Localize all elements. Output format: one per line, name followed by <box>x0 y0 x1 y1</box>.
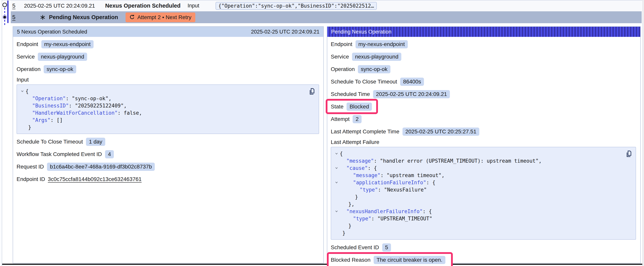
chevron-down-icon <box>21 90 24 93</box>
collapse-toggle[interactable] <box>333 152 340 155</box>
endpoint-id-link[interactable]: 3c0c75ccfa8144b092c13ce632463761 <box>48 176 142 182</box>
json-line: { <box>333 150 624 157</box>
json-line: } <box>333 222 624 229</box>
chevron-down-icon <box>335 152 338 155</box>
field-value-chip: b1c6a4bc-8ee7-468a-9169-df3b02c8737b <box>47 163 155 171</box>
field-label: Operation <box>16 66 40 72</box>
top-border <box>0 0 644 1</box>
collapse-toggle[interactable] <box>333 167 340 169</box>
event-id-link[interactable]: 5 <box>12 3 16 9</box>
field-label: Endpoint <box>16 41 38 47</box>
timeline-pending-icon <box>3 3 7 7</box>
field-value-chip: nexus-playground <box>38 53 87 61</box>
field-value-chip: my-nexus-endpoint <box>41 40 94 48</box>
field-service: Service nexus-playground <box>331 51 636 63</box>
chevron-down-icon <box>335 210 338 213</box>
failure-json-viewer: {"message": "handler error (UPSTREAM_TIM… <box>331 147 636 240</box>
scheduled-panel-header: 5 Nexus Operation Scheduled 2025-02-25 U… <box>13 27 323 37</box>
json-line: "type": "NexusFailure" <box>333 186 624 193</box>
field-label: Last Attempt Complete Time <box>331 129 400 135</box>
field-value-chip: 5 <box>382 243 391 251</box>
json-line: "nexusHandlerFailureInfo": { <box>333 208 624 215</box>
json-line: "Args": [] <box>19 116 307 124</box>
collapse-toggle[interactable] <box>333 210 340 213</box>
field-label: Schedule To Close Timeout <box>331 79 397 85</box>
field-operation: Operation sync-op-ok <box>331 63 636 76</box>
field-schedule-to-close-timeout: Schedule To Close Timeout 86400s <box>331 76 636 88</box>
pending-panel-header: Pending Nexus Operation <box>327 27 640 37</box>
timeline-rail <box>2 0 11 27</box>
field-workflow-task-completed-event-id: Workflow Task Completed Event ID 4 <box>16 148 319 160</box>
field-label: Operation <box>331 66 355 72</box>
pending-operation-panel: Pending Nexus Operation Endpoint my-nexu… <box>327 26 641 263</box>
json-line: "BusinessID": "20250225122409", <box>19 102 307 109</box>
collapse-toggle[interactable] <box>19 90 26 93</box>
field-label: Endpoint ID <box>16 176 45 182</box>
json-line: { <box>19 88 307 95</box>
chevron-down-icon <box>335 167 338 169</box>
json-line: }, <box>333 200 624 208</box>
panel-title: Pending Nexus Operation <box>331 29 392 35</box>
event-title: Nexus Operation Scheduled <box>105 3 180 9</box>
field-value-chip: nexus-playground <box>352 53 401 61</box>
field-label: Service <box>331 54 349 60</box>
field-state: State Blocked <box>331 100 636 113</box>
event-input-preview-chip[interactable]: {"Operation":"sync-op-ok","BusinessID":"… <box>216 2 376 10</box>
asterisk-icon <box>40 15 46 20</box>
field-label: Attempt <box>331 116 350 122</box>
field-value-chip: my-nexus-endpoint <box>356 40 408 48</box>
retry-icon <box>130 15 135 20</box>
event-id-link[interactable]: 5 <box>12 14 16 21</box>
field-last-attempt-complete-time: Last Attempt Complete Time 2025-02-25 UT… <box>331 125 636 138</box>
selected-row-indicator <box>7 1 8 23</box>
field-label: Workflow Task Completed Event ID <box>16 151 102 157</box>
event-detail-panel-scheduled: 5 Nexus Operation Scheduled 2025-02-25 U… <box>13 26 324 263</box>
json-line: "cause": { <box>333 164 624 172</box>
event-row-pending-nexus-operation[interactable]: 5 Pending Nexus Operation Attempt 2 • Ne… <box>11 11 642 23</box>
blocked-reason-value-chip: The circuit breaker is open. <box>374 256 446 264</box>
panel-timestamp: 2025-02-25 UTC 20:24:09.21 <box>251 29 320 35</box>
event-time: 2025-02-25 UTC 20:24:09.21 <box>24 3 95 9</box>
field-value-chip: 86400s <box>400 78 424 86</box>
field-endpoint: Endpoint my-nexus-endpoint <box>331 38 636 51</box>
field-request-id: Request ID b1c6a4bc-8ee7-468a-9169-df3b0… <box>16 160 319 173</box>
state-value-chip: Blocked <box>346 103 372 111</box>
event-title: Pending Nexus Operation <box>49 14 118 21</box>
field-schedule-to-close-timeout: Schedule To Close Timeout 1 day <box>16 136 319 148</box>
field-value-chip: 2025-02-25 UTC 20:24:09.21 <box>373 90 450 98</box>
copy-icon[interactable] <box>308 88 314 95</box>
json-line: "Operation": "sync-op-ok", <box>19 95 307 102</box>
left-gutter <box>0 0 2 266</box>
input-json-viewer: {"Operation": "sync-op-ok","BusinessID":… <box>16 84 319 134</box>
json-line: } <box>333 229 624 236</box>
field-label: State <box>331 104 344 110</box>
field-label: Service <box>16 54 35 60</box>
field-attempt: Attempt 2 <box>331 113 636 125</box>
json-line: } <box>333 193 624 200</box>
event-input-label: Input <box>188 3 199 9</box>
field-label: Blocked Reason <box>331 257 370 263</box>
field-value-chip: 2025-02-25 UTC 20:25:27.51 <box>402 128 479 136</box>
json-line: "message": "upstream timeout", <box>333 172 624 179</box>
timeline-current-icon <box>3 16 6 19</box>
field-value-chip: 1 day <box>86 138 105 146</box>
collapse-toggle[interactable] <box>333 181 340 184</box>
field-label: Scheduled Time <box>331 91 370 97</box>
field-label: Request ID <box>16 164 44 170</box>
retry-badge-label: Attempt 2 • Next Retry <box>138 14 192 21</box>
event-row-nexus-operation-scheduled[interactable]: 5 2025-02-25 UTC 20:24:09.21 Nexus Opera… <box>11 1 642 11</box>
field-label: Endpoint <box>331 41 352 47</box>
field-value-chip: sync-op-ok <box>358 65 390 73</box>
panel-title: 5 Nexus Operation Scheduled <box>17 29 87 35</box>
field-endpoint: Endpoint my-nexus-endpoint <box>16 38 319 51</box>
field-scheduled-time: Scheduled Time 2025-02-25 UTC 20:24:09.2… <box>331 88 636 100</box>
copy-icon[interactable] <box>625 150 631 157</box>
json-line: "type": "UPSTREAM_TIMEOUT" <box>333 215 624 222</box>
scrollbar-track[interactable] <box>642 0 644 266</box>
input-section-label: Input <box>16 76 319 84</box>
workflow-history-page: 5 2025-02-25 UTC 20:24:09.21 Nexus Opera… <box>0 0 644 266</box>
json-line: "message": "handler error (UPSTREAM_TIME… <box>333 157 624 164</box>
retry-status-badge: Attempt 2 • Next Retry <box>126 13 195 22</box>
field-value-chip: 4 <box>105 150 114 158</box>
field-scheduled-event-id: Scheduled Event ID 5 <box>331 241 636 254</box>
